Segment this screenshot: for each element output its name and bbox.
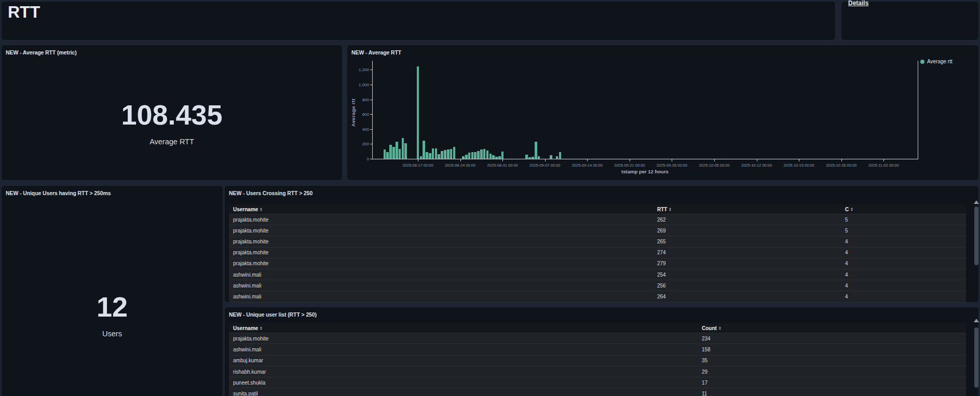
chart-bar	[438, 154, 440, 159]
table-row[interactable]: ashwini.mali2564	[229, 280, 966, 291]
table-cell: 158	[702, 344, 711, 354]
column-header-c[interactable]: C	[845, 204, 853, 214]
chart-bar	[447, 149, 450, 159]
chart-bar	[389, 145, 392, 159]
y-tick	[370, 70, 372, 70]
table-row[interactable]: ambuj.kumar35	[229, 356, 966, 366]
table-cell: 279	[657, 258, 666, 269]
table-row[interactable]: puneet.shukla17	[229, 377, 966, 388]
y-tick-label: 600	[349, 112, 369, 117]
chart-bar	[435, 148, 438, 159]
scroll-thumb[interactable]	[974, 327, 978, 388]
table-header-row: UsernameRTTC	[229, 204, 966, 214]
table-cell: 264	[657, 291, 666, 302]
x-tick-label: 2025-11-02 00:00	[859, 163, 908, 168]
table-header-row: UsernameCount	[229, 323, 966, 333]
table-row[interactable]: ashwini.mali2544	[229, 269, 966, 280]
table-row[interactable]: prajakta.mohite2744	[229, 248, 966, 258]
panel-title: NEW - Users Crossing RTT > 250	[229, 190, 312, 196]
table-cell: 4	[845, 236, 848, 247]
sort-icon[interactable]	[669, 208, 671, 211]
table-row[interactable]: ashwini.mali2644	[229, 291, 966, 302]
table-cell: ashwini.mali	[233, 280, 261, 291]
users-crossing-table: UsernameRTTCprajakta.mohite2625prajakta.…	[229, 204, 966, 303]
table-cell: 274	[657, 248, 666, 258]
column-header-username[interactable]: Username	[233, 204, 262, 214]
sort-icon[interactable]	[260, 326, 262, 330]
table-cell: puneet.shukla	[233, 377, 265, 388]
chart-bar	[423, 141, 425, 159]
chart-bar	[465, 155, 468, 159]
column-header-username[interactable]: Username	[233, 323, 262, 333]
scroll-up-icon[interactable]	[974, 200, 979, 204]
y-axis-line	[372, 61, 373, 159]
y-tick	[370, 159, 372, 159]
scroll-thumb[interactable]	[974, 207, 978, 265]
chart-bar	[535, 142, 537, 159]
x-tick	[883, 159, 884, 161]
table-row[interactable]: rishabh.kumar29	[229, 366, 966, 377]
table-cell: 269	[657, 225, 666, 236]
chart-bar	[392, 147, 395, 159]
table-cell: 234	[702, 333, 711, 344]
details-link[interactable]: Details	[848, 0, 868, 7]
table-cell: 5	[845, 225, 848, 236]
y-tick	[370, 129, 372, 130]
chart-bar	[404, 143, 407, 159]
x-tick	[545, 159, 546, 161]
y-tick	[370, 85, 372, 85]
table-cell: rishabh.kumar	[233, 366, 266, 377]
chart-bar	[462, 156, 465, 159]
x-tick	[460, 159, 461, 161]
chart-bar	[483, 149, 486, 159]
chart-bar	[538, 156, 540, 159]
unique-users-value: 12	[2, 292, 223, 321]
chart-bar	[474, 152, 477, 159]
x-tick	[672, 159, 672, 161]
table-cell: 4	[845, 280, 848, 291]
y-tick	[370, 114, 372, 115]
table-row[interactable]: prajakta.mohite2654	[229, 236, 966, 247]
chart-bar	[550, 155, 552, 159]
table-row[interactable]: prajakta.mohite2695	[229, 225, 966, 236]
sort-icon[interactable]	[260, 208, 262, 211]
table-cell: 4	[845, 291, 848, 302]
avg-rtt-chart-panel: NEW - Average RTT Average rtt Average rt…	[347, 45, 979, 181]
table-cell: prajakta.mohite	[233, 236, 268, 247]
users-crossing-panel: NEW - Users Crossing RTT > 250 UsernameR…	[224, 185, 979, 303]
bar-chart: Average rtt tstamp per 12 hours 02004006…	[347, 45, 978, 180]
y-tick-label: 0	[349, 157, 369, 161]
panel-title: NEW - Average RTT (metric)	[6, 49, 77, 56]
table-cell: 256	[657, 280, 666, 291]
column-header-count[interactable]: Count	[702, 323, 721, 333]
chart-bar	[559, 152, 562, 159]
x-tick	[799, 159, 799, 161]
sort-icon[interactable]	[851, 208, 853, 211]
chart-bar	[432, 148, 434, 159]
sort-icon[interactable]	[719, 326, 721, 330]
table-row[interactable]: prajakta.mohite2794	[229, 258, 966, 269]
table-row[interactable]: ashwini.mali158	[229, 344, 966, 355]
table-cell: prajakta.mohite	[233, 214, 268, 225]
x-axis-line	[372, 159, 918, 159]
table-row[interactable]: sunita.patil11	[229, 388, 966, 396]
table-row[interactable]: prajakta.mohite234	[229, 333, 966, 344]
y-tick	[370, 100, 372, 100]
table-cell: ashwini.mali	[233, 269, 261, 280]
panel-title: NEW - Unique user list (RTT > 250)	[229, 311, 317, 318]
scroll-up-icon[interactable]	[974, 319, 979, 322]
column-header-rtt[interactable]: RTT	[657, 204, 671, 214]
unique-user-list-panel: NEW - Unique user list (RTT > 250) Usern…	[224, 307, 979, 396]
table-cell: 29	[702, 366, 707, 377]
chart-bar	[528, 157, 531, 159]
chart-bar	[498, 156, 501, 159]
table-cell: prajakta.mohite	[233, 333, 268, 344]
unique-users-label: Users	[2, 330, 223, 338]
table-cell: 265	[657, 236, 666, 247]
table-row[interactable]: prajakta.mohite2625	[229, 214, 966, 225]
chart-bar	[532, 157, 534, 159]
table-cell: prajakta.mohite	[233, 258, 268, 269]
chart-bar	[501, 152, 504, 159]
avg-rtt-metric-panel: NEW - Average RTT (metric) 108.435 Avera…	[1, 45, 343, 181]
chart-bar	[386, 152, 389, 159]
